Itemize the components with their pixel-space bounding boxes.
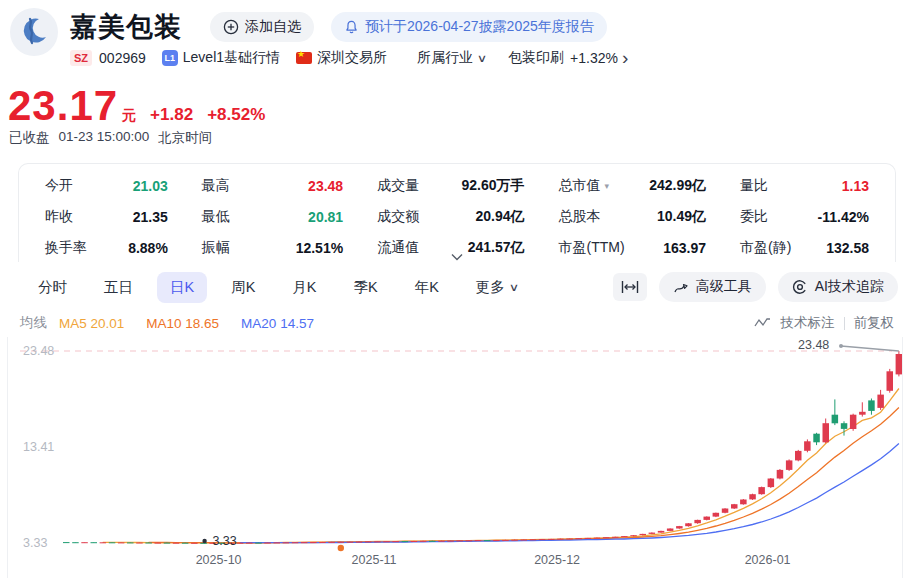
level1-label: Level1基础行情 — [183, 49, 280, 67]
ai-tracking-button[interactable]: AI技术追踪 — [778, 272, 898, 302]
stat-最低: 最低20.81 — [202, 208, 343, 226]
annotation-icon — [754, 317, 772, 329]
level1-badge: L1 — [162, 50, 178, 66]
svg-text:2025-10: 2025-10 — [196, 553, 242, 567]
stat-label: 昨收 — [45, 208, 73, 226]
tab-月K[interactable]: 月K — [292, 278, 316, 297]
stat-振幅: 振幅12.51% — [202, 239, 343, 257]
candlestick-svg: 23.4813.413.332025-102025-112025-122026-… — [8, 337, 902, 576]
stat-value: 12.51% — [296, 240, 343, 256]
stat-value: -11.42% — [818, 209, 869, 225]
svg-text:23.48: 23.48 — [798, 338, 829, 352]
ma-item-MA10: MA10 18.65 — [146, 316, 219, 331]
stat-最高: 最高23.48 — [202, 177, 343, 195]
price-change-pct: +8.52% — [207, 105, 265, 125]
stat-value: 23.48 — [308, 178, 343, 194]
chevron-right-icon: › — [622, 52, 628, 64]
stat-市盈(静): 市盈(静)132.58 — [740, 239, 869, 257]
advanced-tools-button[interactable]: 高级工具 — [659, 272, 766, 302]
add-watchlist-label: 添加自选 — [245, 18, 301, 36]
svg-text:2026-01: 2026-01 — [745, 553, 791, 567]
chart-options: 技术标注 前复权 — [754, 314, 895, 332]
exchange-badge: SZ — [70, 50, 92, 66]
stock-code: 002969 — [99, 50, 146, 66]
stat-label: 振幅 — [202, 239, 230, 257]
stat-label: 市盈(TTM) — [559, 239, 625, 257]
report-notice-banner[interactable]: 预计于2026-04-27披露2025年度报告 — [331, 12, 607, 42]
stock-detail-page: 嘉美包装 添加自选 预计于2026-04-27披露2025年度报告 SZ 002… — [0, 0, 910, 578]
stat-总市值: 总市值▾242.99亿 — [559, 177, 706, 195]
stat-value: 21.03 — [133, 178, 168, 194]
stat-value: 132.58 — [826, 240, 869, 256]
stat-成交量: 成交量92.60万手 — [377, 177, 524, 195]
industry-dropdown[interactable]: 所属行业 — [417, 49, 473, 67]
stat-量比: 量比1.13 — [740, 177, 869, 195]
tab-年K[interactable]: 年K — [415, 278, 439, 297]
svg-text:23.48: 23.48 — [23, 344, 54, 358]
market-status: 已收盘 — [9, 129, 50, 147]
stats-grid: 今开21.03最高23.48成交量92.60万手总市值▾242.99亿量比1.1… — [19, 164, 895, 257]
tab-周K[interactable]: 周K — [231, 278, 255, 297]
stat-value: 92.60万手 — [462, 177, 525, 195]
svg-text:2025-12: 2025-12 — [534, 553, 580, 567]
stat-label: 换手率 — [45, 239, 87, 257]
bell-icon — [344, 19, 359, 35]
ai-icon — [792, 279, 808, 295]
more-periods-button[interactable]: 更多 ∨ — [476, 278, 518, 297]
stat-换手率: 换手率8.88% — [45, 239, 168, 257]
more-label: 更多 — [476, 278, 505, 297]
tab-分时[interactable]: 分时 — [38, 278, 67, 297]
stat-value: 20.94亿 — [476, 208, 525, 226]
stat-成交额: 成交额20.94亿 — [377, 208, 524, 226]
stock-name: 嘉美包装 — [70, 9, 182, 45]
svg-text:3.33: 3.33 — [23, 536, 47, 550]
stat-今开: 今开21.03 — [45, 177, 168, 195]
stat-value: 242.99亿 — [649, 177, 706, 195]
stat-总股本: 总股本10.49亿 — [559, 208, 706, 226]
caret-down-icon[interactable]: ▾ — [605, 181, 610, 191]
chevron-down-icon: ∨ — [477, 52, 487, 65]
stat-label: 总市值 — [559, 177, 601, 195]
stat-label: 成交额 — [377, 208, 419, 226]
svg-text:2025-11: 2025-11 — [352, 553, 397, 567]
stats-expand-chevron[interactable] — [450, 252, 464, 261]
quote-block: 23.17 元 +1.82 +8.52% — [8, 82, 265, 130]
stat-label: 流通值 — [377, 239, 419, 257]
period-tabs: 分时五日日K周K月K季K年K — [18, 272, 439, 303]
report-notice-text: 预计于2026-04-27披露2025年度报告 — [365, 18, 594, 36]
tab-日K[interactable]: 日K — [157, 272, 207, 303]
ai-tracking-label: AI技术追踪 — [815, 278, 884, 296]
fit-width-icon — [621, 280, 639, 294]
add-watchlist-button[interactable]: 添加自选 — [210, 12, 314, 42]
tab-五日[interactable]: 五日 — [104, 278, 133, 297]
adjustment-mode[interactable]: 前复权 — [854, 314, 895, 332]
stat-label: 最高 — [202, 177, 230, 195]
stock-meta-row: SZ 002969 L1 Level1基础行情 ★ 深圳交易所 所属行业 ∨ 包… — [70, 48, 628, 68]
candlestick-chart[interactable]: 23.4813.413.332025-102025-112025-122026-… — [7, 337, 903, 578]
fit-width-button[interactable] — [613, 273, 647, 301]
stat-昨收: 昨收21.35 — [45, 208, 168, 226]
stat-value: 8.88% — [128, 240, 168, 256]
svg-text:3.33: 3.33 — [212, 534, 236, 548]
quote-timestamp: 01-23 15:00:00 — [59, 129, 150, 147]
stock-logo — [10, 8, 58, 56]
annotation-toggle[interactable]: 技术标注 — [781, 314, 835, 332]
market-status-row: 已收盘 01-23 15:00:00 北京时间 — [9, 129, 212, 147]
drawing-tools-icon — [673, 280, 689, 295]
stat-value: 163.97 — [663, 240, 706, 256]
stat-value: 1.13 — [842, 178, 869, 194]
ma-legend-row: 均线 MA5 20.01MA10 18.65MA20 14.57 技术标注 前复… — [20, 312, 894, 334]
quote-timezone: 北京时间 — [158, 129, 212, 147]
ma-group-label: 均线 — [20, 314, 47, 332]
stat-label: 今开 — [45, 177, 73, 195]
stat-市盈(TTM): 市盈(TTM)163.97 — [559, 239, 706, 257]
price-change: +1.82 — [150, 105, 193, 125]
chevron-down-icon — [450, 253, 464, 261]
tab-季K[interactable]: 季K — [354, 278, 378, 297]
stat-value: 20.81 — [308, 209, 343, 225]
chevron-down-icon: ∨ — [509, 281, 519, 294]
chart-tools: 高级工具 AI技术追踪 — [613, 272, 898, 302]
industry-change: +1.32% — [570, 50, 618, 66]
industry-link[interactable]: 包装印刷 — [508, 49, 564, 67]
stat-委比: 委比-11.42% — [740, 208, 869, 226]
